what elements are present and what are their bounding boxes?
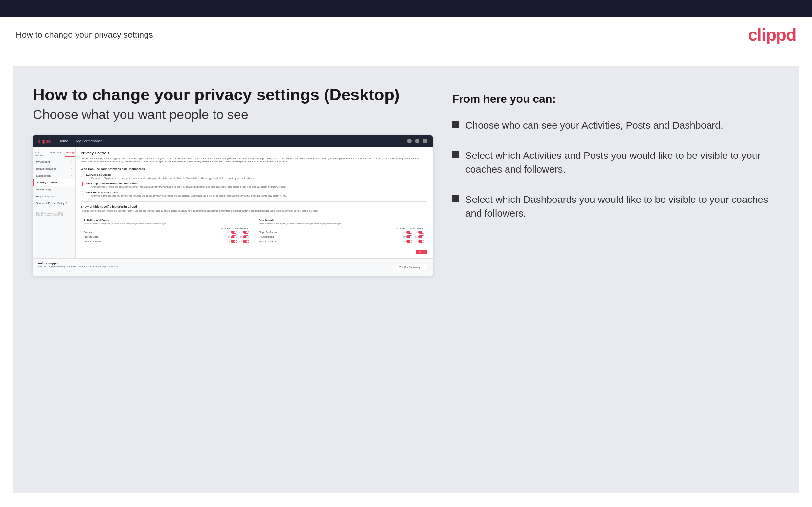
mock-round-insights-row: Round Insights ON ON xyxy=(259,235,424,238)
mock-player-dashboard-row: Player Dashboard ON ON xyxy=(259,231,424,234)
left-column: How to change your privacy settings (Des… xyxy=(33,86,433,473)
mock-navbar: clippd Home My Performance xyxy=(33,135,433,147)
mock-sidebar-data-integrations[interactable]: Data Integrations › xyxy=(33,165,75,172)
mock-tab-settings: Settings xyxy=(65,151,75,157)
mock-manual-coaches-toggle[interactable]: ON xyxy=(227,240,237,243)
mock-player-followers-toggle[interactable]: ON xyxy=(415,231,424,234)
mock-help-section: Help & Support Visit our Clippd communit… xyxy=(33,258,433,276)
bullet-item-2: Select which Activities and Posts you wo… xyxy=(452,149,779,176)
mock-help-desc: Visit our Clippd community to troublesho… xyxy=(38,265,118,269)
mock-nav-performance: My Performance xyxy=(76,139,103,143)
bullet-square-2 xyxy=(452,151,459,158)
mock-dashboards-title: Dashboards xyxy=(259,219,424,222)
mock-version-info: Clippd Client Version: 2022.8.2SQL Serve… xyxy=(33,209,75,219)
mock-privacy-description: Control how you and your data appears to… xyxy=(81,157,427,163)
mock-nav-icons xyxy=(407,139,427,144)
bullet-text-1: Choose who can see your Activities, Post… xyxy=(465,118,723,132)
mock-activities-block: Activities and Posts Select the types of… xyxy=(81,216,252,247)
mock-activities-desc: Select the types of activity that you'd … xyxy=(84,223,249,225)
external-link-icon: ↗ xyxy=(422,266,424,269)
bullet-text-3: Select which Dashboards you would like t… xyxy=(465,192,779,220)
mock-tab-connections: Connections xyxy=(47,151,61,157)
bullet-item-3: Select which Dashboards you would like t… xyxy=(452,192,779,220)
mock-manual-followers-toggle[interactable]: ON xyxy=(240,240,249,243)
mock-workOn-coaches-toggle[interactable]: ON xyxy=(403,240,412,243)
mock-radio-desc-followers: Only approved followers and coaches you … xyxy=(86,186,286,188)
mock-feature-columns: Activities and Posts Select the types of… xyxy=(81,216,427,247)
mock-save-button[interactable]: Save xyxy=(415,250,427,254)
mock-radio-desc-everyone: Everyone on Clippd can search for you an… xyxy=(86,177,257,179)
mock-help-title: Help & Support xyxy=(38,262,118,265)
mock-manual-activities-row: Manual Activities ON ON xyxy=(84,240,249,243)
main-content: How to change your privacy settings (Des… xyxy=(13,66,799,493)
mock-privacy-controls-title: Privacy Controls xyxy=(81,151,427,155)
mock-sidebar-my-account[interactable]: My Account › xyxy=(33,159,75,165)
header: How to change your privacy settings clip… xyxy=(0,17,812,53)
mock-rounds-followers-toggle[interactable]: ON xyxy=(240,231,249,234)
mock-insights-coaches-toggle[interactable]: ON xyxy=(403,235,412,238)
mock-practice-drills-row: Practice Drills ON ON xyxy=(84,235,249,238)
right-column: From here you can: Choose who can see yo… xyxy=(452,86,779,473)
mock-radio-label-only-you: Only You and Your Coach xyxy=(86,191,287,194)
right-intro: From here you can: xyxy=(452,93,779,105)
mock-activities-title: Activities and Posts xyxy=(84,219,249,222)
mock-sidebar-privacy-controls[interactable]: Privacy Controls › xyxy=(33,179,75,186)
mock-sidebar: My Profile Connections Settings My Accou… xyxy=(33,147,75,258)
mock-radio-followers[interactable]: Only Approved Followers and Your Coach O… xyxy=(81,182,427,188)
mock-what-to-work-row: What To Work On ON ON xyxy=(259,240,424,243)
mock-radio-only-you[interactable]: Only You and Your Coach Only you and the… xyxy=(81,191,427,197)
bullet-square-3 xyxy=(452,195,459,202)
mock-settings-icon xyxy=(415,139,419,144)
bullet-square-1 xyxy=(452,121,459,128)
mock-features-title: Show or hide specific features in Clippd xyxy=(81,205,427,208)
mock-player-coaches-toggle[interactable]: ON xyxy=(403,231,412,234)
top-bar xyxy=(0,0,812,17)
mock-visit-community-button[interactable]: Visit Our Community ↗ xyxy=(396,264,427,270)
chevron-right-icon: › xyxy=(71,181,72,184)
mock-rounds-coaches-toggle[interactable]: ON xyxy=(227,231,237,234)
mock-radio-everyone[interactable]: Everyone on Clippd Everyone on Clippd ca… xyxy=(81,173,427,179)
mock-insights-followers-toggle[interactable]: ON xyxy=(415,235,424,238)
mock-who-title: Who Can See Your Activities and Dashboar… xyxy=(81,167,427,171)
mock-radio-label-followers: Only Approved Followers and Your Coach xyxy=(86,182,286,185)
mock-main-content: Privacy Controls Control how you and you… xyxy=(75,147,433,258)
mock-rounds-row: Rounds ON ON xyxy=(84,231,249,234)
mock-help-text: Help & Support Visit our Clippd communit… xyxy=(38,262,118,272)
mock-divider xyxy=(81,202,427,202)
mock-radio-desc-only-you: Only you and the coaches you connect wit… xyxy=(86,194,287,197)
chevron-right-icon: › xyxy=(71,175,72,177)
mock-radio-circle-followers xyxy=(81,182,84,186)
mock-activities-col-headers: COACHES FOLLOWERS xyxy=(84,227,249,229)
mock-sidebar-help-support[interactable]: Help & Support ↗ xyxy=(33,193,75,200)
logo: clippd xyxy=(748,25,796,45)
mock-who-section: Who Can See Your Activities and Dashboar… xyxy=(81,167,427,198)
mock-workOn-followers-toggle[interactable]: ON xyxy=(415,240,424,243)
mock-save-row: Save xyxy=(81,250,427,254)
page-subheading: Choose what you want people to see xyxy=(33,107,433,122)
chevron-right-icon: › xyxy=(71,168,72,170)
mock-logo: clippd xyxy=(38,139,51,144)
mock-tab-profile: My Profile xyxy=(36,151,43,157)
mock-features-desc: Regardless of the privacy controls that … xyxy=(81,210,427,212)
mock-drills-followers-toggle[interactable]: ON xyxy=(240,235,249,238)
mock-radio-circle-everyone xyxy=(81,174,84,177)
mock-sidebar-privacy-policy[interactable]: Service & Privacy Policy ↗ xyxy=(33,200,75,207)
mock-sidebar-golf-bag[interactable]: My Golf Bag › xyxy=(33,186,75,193)
chevron-right-icon: › xyxy=(71,188,72,191)
mock-dashboards-desc: Select the types of activity that you'd … xyxy=(259,223,424,225)
mock-dashboards-block: Dashboards Select the types of activity … xyxy=(256,216,427,247)
mock-body: My Profile Connections Settings My Accou… xyxy=(33,147,433,258)
mock-sidebar-tabs: My Profile Connections Settings xyxy=(33,150,75,159)
bullet-item-1: Choose who can see your Activities, Post… xyxy=(452,118,779,132)
mock-sidebar-subscription[interactable]: Subscription › xyxy=(33,172,75,179)
mock-nav-home: Home xyxy=(58,139,68,143)
mock-drills-coaches-toggle[interactable]: ON xyxy=(227,235,237,238)
page-heading: How to change your privacy settings (Des… xyxy=(33,86,433,104)
bullet-list: Choose who can see your Activities, Post… xyxy=(452,118,779,220)
header-title: How to change your privacy settings xyxy=(16,30,153,40)
bullet-text-2: Select which Activities and Posts you wo… xyxy=(465,149,779,176)
mock-radio-circle-only-you xyxy=(81,191,84,194)
chevron-right-icon: › xyxy=(71,161,72,163)
mock-dashboards-col-headers: COACHES FOLLOWERS xyxy=(259,227,424,229)
mock-radio-label-everyone: Everyone on Clippd xyxy=(86,173,257,176)
